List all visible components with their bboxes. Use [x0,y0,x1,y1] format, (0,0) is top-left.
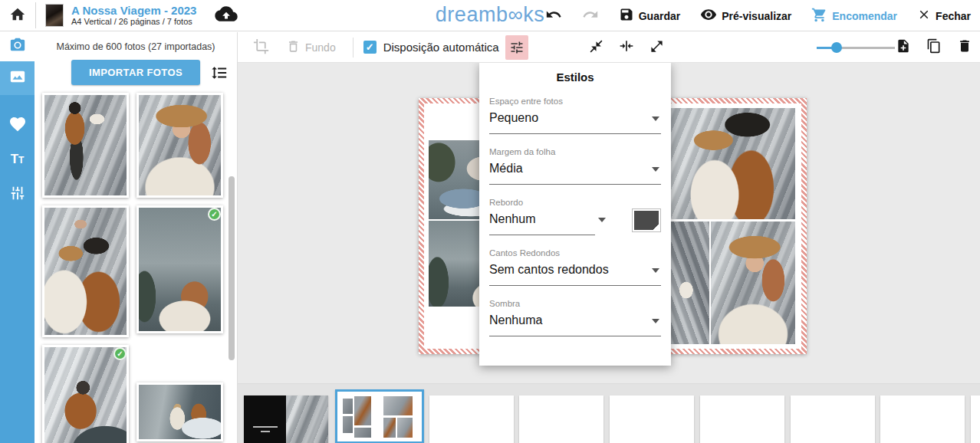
sidebar-item-styles[interactable] [0,176,35,210]
redo-icon [582,6,599,25]
swatch-color [634,211,659,230]
background-label: Fundo [305,41,336,54]
sidebar-item-favorites[interactable] [0,109,35,143]
editor-toolbar: Fundo ✓ Disposição automática [238,32,980,63]
field-photo-spacing[interactable]: Espaço entre fotos Pequeno [489,97,661,134]
border-color-swatch[interactable] [632,208,661,232]
chevron-down-icon [652,319,659,323]
sliders-icon [9,185,26,202]
photo-used-check-icon: ✓ [208,208,221,221]
camera-icon [9,37,26,57]
photo-thumbnail-woman-with-hat[interactable] [136,93,223,198]
eye-icon [700,6,717,25]
photo-library-panel: Máximo de 600 fotos (27 importadas) IMPO… [35,32,238,443]
page-thumbnail-empty[interactable] [700,395,784,443]
import-photos-button[interactable]: IMPORTAR FOTOS [71,60,200,85]
auto-layout-label: Disposição automática [383,41,499,54]
zoom-slider[interactable] [817,42,895,53]
photo-panel-scrollbar[interactable] [229,176,235,360]
divider [35,2,36,28]
close-button[interactable]: Fechar [917,8,971,24]
heart-icon [8,115,27,136]
chevron-down-icon [652,167,659,172]
sidebar-item-camera[interactable] [0,33,35,61]
chevron-down-icon [652,268,659,273]
dreambooks-logo: dreamb∞ks [436,3,544,27]
cloud-sync-icon [215,5,238,25]
page-thumbnail-empty[interactable] [791,395,875,443]
toolbar-divider [353,38,354,57]
field-shadow[interactable]: Sombra Nenhuma [489,299,661,336]
page-thumbnail-empty[interactable] [971,395,980,443]
delete-icon [957,38,972,56]
photo-image [44,208,127,335]
expand-diagonal-icon [649,39,664,56]
sidebar-rail: TT [0,32,35,443]
close-icon [917,8,931,24]
photo-image [139,208,221,331]
cover-front [244,395,286,443]
photo-thumbnail-man-in-boat[interactable]: ✓ [42,345,129,443]
styles-popup-title: Estilos [489,71,661,84]
spread-photo-stairs[interactable] [669,222,709,344]
home-button[interactable] [9,6,26,25]
pages-strip [238,383,980,443]
field-sheet-margin[interactable]: Margem da folha Média [489,147,661,185]
photo-thumbnail-man-leaning-on-rocks[interactable] [42,93,129,198]
photo-limit-label: Máximo de 600 fotos (27 importadas) [35,41,237,52]
copy-icon [926,38,942,56]
page-thumbnail-empty[interactable] [429,395,514,443]
collapse-horizontal-icon [619,38,634,56]
photo-used-check-icon: ✓ [113,347,127,360]
field-border[interactable]: Rebordo Nenhum [489,198,661,235]
redo-button[interactable] [582,6,599,25]
layout-styles-button[interactable] [505,35,528,60]
add-page-icon [896,38,911,56]
page-thumbnail-spread-selected[interactable] [335,389,424,443]
page-thumbnail-empty[interactable] [880,395,965,443]
expand-diagonal-button[interactable] [649,39,664,56]
photo-image [139,95,221,195]
chevron-down-icon [652,116,659,121]
slider-thumb[interactable] [831,42,842,53]
sidebar-item-text[interactable]: TT [0,143,35,176]
book-meta: A4 Vertical / 26 páginas / 7 fotos [71,17,196,27]
spread-photo-woman-with-hat[interactable] [711,222,795,344]
delete-page-button[interactable] [957,38,972,56]
cover-back [286,395,328,443]
crop-icon [253,38,269,57]
app-body: TT Máximo de 600 fotos (27 importadas) I… [0,32,980,443]
image-icon [9,68,26,88]
tune-icon [509,40,525,55]
collapse-diagonal-icon [589,39,603,56]
sort-photos-icon[interactable] [211,64,228,81]
photo-grid: ✓ ✓ [35,93,237,443]
duplicate-page-button[interactable] [926,38,942,56]
main-area: Fundo ✓ Disposição automática [238,32,980,443]
home-icon [9,6,26,25]
background-delete-group[interactable]: Fundo [286,39,336,56]
photo-image [44,95,127,195]
photo-thumbnail-woman-by-lake[interactable]: ✓ [136,205,223,333]
page-thumbnail-empty[interactable] [610,395,694,443]
chevron-down-icon [598,218,606,222]
undo-button[interactable] [545,6,562,25]
app-window: A Nossa Viagem - 2023 A4 Vertical / 26 p… [0,0,980,443]
photo-thumbnail-couple-selfie[interactable] [42,205,129,337]
field-rounded-corners[interactable]: Cantos Redondos Sem cantos redondos [489,248,661,286]
collapse-horizontal-button[interactable] [619,38,634,56]
photo-thumbnail-couple-in-rowboat[interactable] [136,382,223,441]
save-button[interactable]: Guardar [619,7,680,25]
cart-icon [811,7,827,25]
page-thumbnail-cover[interactable] [244,395,328,443]
page-thumbnail-empty[interactable] [519,395,603,443]
spread-photo-couple[interactable] [669,108,795,219]
top-bar: A Nossa Viagem - 2023 A4 Vertical / 26 p… [0,0,980,31]
crop-button[interactable] [253,38,269,57]
preview-button[interactable]: Pré-visualizar [700,6,791,25]
sidebar-item-photos[interactable] [0,61,35,95]
collapse-diagonal-button[interactable] [589,39,603,56]
order-button[interactable]: Encomendar [811,7,897,25]
add-page-button[interactable] [896,38,911,56]
auto-layout-checkbox[interactable]: ✓ [363,41,377,54]
